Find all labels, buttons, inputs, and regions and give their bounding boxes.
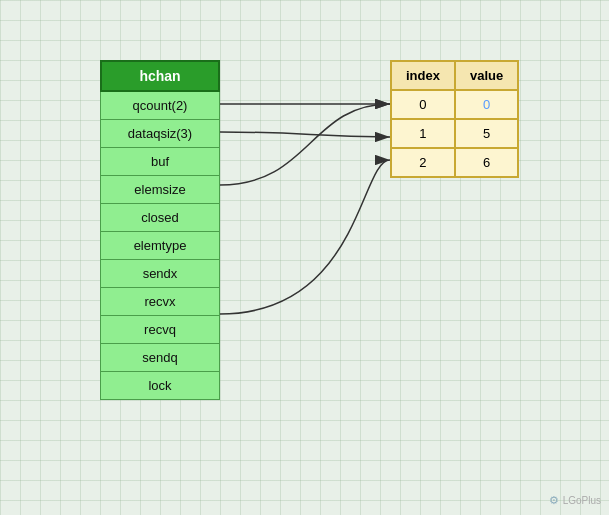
watermark: ⚙ LGoPlus: [549, 494, 601, 507]
cell-value-1: 5: [455, 119, 518, 148]
hchan-field-dataqsiz: dataqsiz(3): [100, 120, 220, 148]
table-row: 2 6: [391, 148, 518, 177]
cell-index-0: 0: [391, 90, 455, 119]
hchan-field-qcount: qcount(2): [100, 92, 220, 120]
hchan-field-buf: buf: [100, 148, 220, 176]
hchan-field-recvx: recvx: [100, 288, 220, 316]
hchan-field-sendq: sendq: [100, 344, 220, 372]
hchan-header: hchan: [100, 60, 220, 92]
table-row: 1 5: [391, 119, 518, 148]
table-row: 0 0: [391, 90, 518, 119]
cell-value-0: 0: [455, 90, 518, 119]
watermark-logo: ⚙: [549, 494, 559, 507]
hchan-field-elemtype: elemtype: [100, 232, 220, 260]
hchan-field-recvq: recvq: [100, 316, 220, 344]
hchan-field-elemsize: elemsize: [100, 176, 220, 204]
col-header-index: index: [391, 61, 455, 90]
hchan-field-lock: lock: [100, 372, 220, 400]
buf-array-table: index value 0 0 1 5 2 6: [390, 60, 519, 178]
cell-value-2: 6: [455, 148, 518, 177]
hchan-field-closed: closed: [100, 204, 220, 232]
hchan-struct: hchan qcount(2) dataqsiz(3) buf elemsize…: [100, 60, 220, 400]
watermark-text: LGoPlus: [563, 495, 601, 506]
diagram-container: hchan qcount(2) dataqsiz(3) buf elemsize…: [100, 60, 220, 400]
cell-index-1: 1: [391, 119, 455, 148]
hchan-field-sendx: sendx: [100, 260, 220, 288]
cell-index-2: 2: [391, 148, 455, 177]
col-header-value: value: [455, 61, 518, 90]
